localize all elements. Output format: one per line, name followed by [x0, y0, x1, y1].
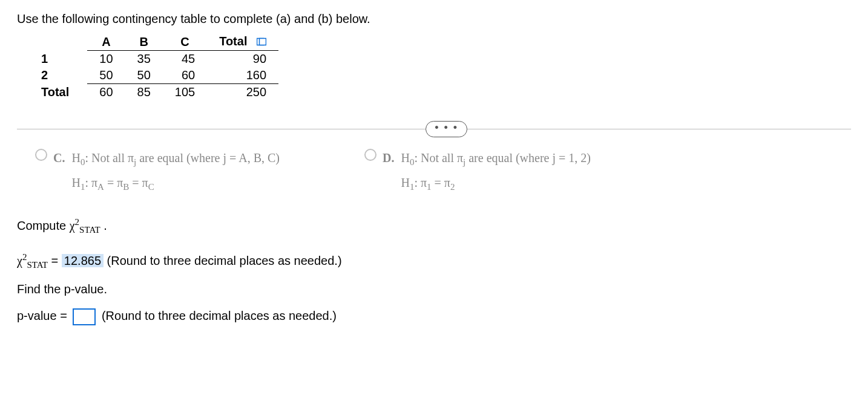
rounding-hint: (Round to three decimal places as needed… [98, 309, 337, 322]
option-letter: D. [383, 151, 394, 164]
option-d-text: D. H0: Not all πj are equal (where j = 1… [383, 146, 591, 195]
option-c[interactable]: C. H0: Not all πj are equal (where j = A… [35, 146, 280, 195]
cell: 35 [125, 51, 163, 68]
col-header-total: Total [207, 33, 278, 51]
table-row: 1 10 35 45 90 [29, 51, 278, 68]
cell: 250 [207, 84, 278, 101]
cell: 10 [87, 51, 125, 68]
option-c-text: C. H0: Not all πj are equal (where j = A… [53, 146, 280, 195]
cell: 85 [125, 84, 163, 101]
table-row: 2 50 50 60 160 [29, 67, 278, 84]
chi-stat-value[interactable]: 12.865 [62, 254, 104, 267]
cell: 60 [163, 67, 207, 84]
col-header-b: B [125, 33, 163, 51]
cell: 50 [87, 67, 125, 84]
popout-icon[interactable] [257, 35, 266, 49]
compute-label: Compute χ2STAT . [17, 217, 851, 235]
pvalue-input[interactable] [73, 308, 96, 325]
col-header-a: A [87, 33, 125, 51]
row-label-total: Total [29, 84, 87, 101]
answer-options-row: C. H0: Not all πj are equal (where j = A… [35, 146, 851, 195]
cell: 60 [87, 84, 125, 101]
cell: 45 [163, 51, 207, 68]
radio-icon[interactable] [364, 149, 376, 161]
table-row-total: Total 60 85 105 250 [29, 84, 278, 101]
row-label-2: 2 [29, 67, 87, 84]
rounding-hint: (Round to three decimal places as needed… [104, 254, 342, 267]
cell: 105 [163, 84, 207, 101]
contingency-table: A B C Total 1 [29, 33, 278, 100]
cell: 50 [125, 67, 163, 84]
svg-rect-1 [260, 39, 266, 45]
row-label-1: 1 [29, 51, 87, 68]
radio-icon[interactable] [35, 149, 47, 161]
cell: 90 [207, 51, 278, 68]
col-header-c: C [163, 33, 207, 51]
find-pvalue-label: Find the p-value. [17, 282, 851, 296]
option-letter: C. [53, 151, 65, 164]
expand-ellipsis-button[interactable]: • • • [426, 121, 467, 137]
section-divider: • • • [17, 129, 851, 129]
cell: 160 [207, 67, 278, 84]
pvalue-line: p-value = (Round to three decimal places… [17, 308, 851, 325]
chi-stat-line: χ2STAT = 12.865 (Round to three decimal … [17, 252, 851, 270]
contingency-table-wrap: A B C Total 1 [29, 33, 278, 100]
option-d[interactable]: D. H0: Not all πj are equal (where j = 1… [364, 146, 591, 195]
question-prompt: Use the following contingency table to c… [17, 12, 851, 26]
